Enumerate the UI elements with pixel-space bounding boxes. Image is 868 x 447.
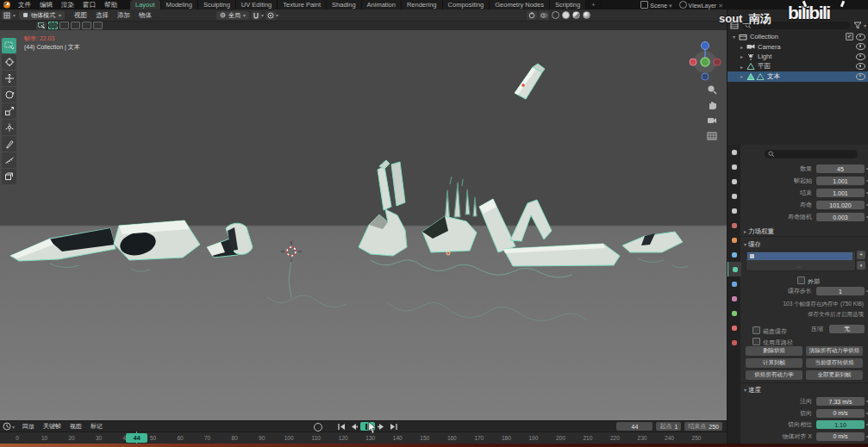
properties-tab-scene[interactable] xyxy=(727,203,740,218)
select-mode-4[interactable] xyxy=(93,22,103,29)
field-value[interactable]: 1.001 xyxy=(816,189,865,197)
properties-tab-view-layer[interactable] xyxy=(727,189,740,203)
shading-solid-icon[interactable] xyxy=(562,11,570,19)
topbar-menu-帮助[interactable]: 帮助 xyxy=(100,0,122,9)
viewport-menu-添加[interactable]: 添加 xyxy=(113,11,134,20)
proportional-edit-icon[interactable] xyxy=(265,11,276,20)
properties-tab-object-data[interactable] xyxy=(727,306,740,320)
cache-section-header[interactable]: ▾ 缓存 xyxy=(744,240,761,249)
properties-tab-output[interactable] xyxy=(727,174,740,189)
velocity-section-header[interactable]: ▾ 速度 xyxy=(744,386,761,394)
jump-to-end-button[interactable] xyxy=(389,422,399,431)
viewlayer-selector[interactable]: ViewLayer ✕ xyxy=(679,1,723,9)
viewport-3d[interactable] xyxy=(0,21,727,420)
rotate-tool-button[interactable] xyxy=(2,87,16,102)
zoom-icon[interactable] xyxy=(705,83,719,96)
disclosure-arrow[interactable]: ▸ xyxy=(739,44,745,50)
field-value[interactable]: 7.33 m/s xyxy=(816,397,865,406)
workspace-tab-uv-editing[interactable]: UV Editing xyxy=(236,0,278,9)
ortho-grid-icon[interactable] xyxy=(705,129,719,143)
jump-to-start-button[interactable] xyxy=(336,422,347,431)
transform-orientation-dropdown[interactable]: 全局▾ xyxy=(216,11,249,20)
field-weights-section-header[interactable]: ▸ 力场权重 xyxy=(744,227,774,236)
timeline-editor-icon[interactable] xyxy=(3,422,11,431)
workspace-tab-+[interactable]: + xyxy=(586,0,601,9)
hide-eye-icon[interactable] xyxy=(856,73,865,80)
workspace-tab-sculpting[interactable]: Sculpting xyxy=(198,0,236,9)
outliner-row-camera[interactable]: ▸Camera xyxy=(727,42,868,53)
frame-start-field[interactable]: 起点1 xyxy=(656,422,681,431)
blender-logo-icon[interactable] xyxy=(3,1,11,9)
video-progress-bar[interactable] xyxy=(0,444,868,447)
playhead-frame-badge[interactable]: 44 xyxy=(126,433,147,443)
topbar-menu-窗口[interactable]: 窗口 xyxy=(78,0,100,9)
properties-search-input[interactable] xyxy=(765,150,858,158)
cache-step-field[interactable]: 1 xyxy=(816,287,865,295)
filter-funnel-icon[interactable] xyxy=(853,22,862,29)
shading-wireframe-icon[interactable] xyxy=(552,11,559,19)
timeline-menu-回放[interactable]: 回放 xyxy=(18,422,39,431)
properties-tab-object[interactable] xyxy=(727,233,740,247)
timeline-menu-关键帧[interactable]: 关键帧 xyxy=(39,422,66,431)
point-cache-list[interactable]: ⋯ xyxy=(746,251,856,271)
hide-eye-icon[interactable] xyxy=(856,34,865,40)
current-frame-field[interactable]: 44 xyxy=(616,422,653,431)
viewport-menu-选择[interactable]: 选择 xyxy=(91,11,113,20)
compression-dropdown[interactable]: 无 xyxy=(829,325,865,333)
workspace-tab-shading[interactable]: Shading xyxy=(327,0,362,9)
disclosure-arrow[interactable]: ▾ xyxy=(731,34,737,40)
cache-button-4[interactable]: 烘焙所有动力学 xyxy=(746,370,802,380)
select-mode-3[interactable] xyxy=(82,22,91,29)
select-mode-1[interactable] xyxy=(59,22,69,29)
cache-button-0[interactable]: 删除烘焙 xyxy=(746,346,802,356)
workspace-tab-layout[interactable]: Layout xyxy=(130,0,161,9)
properties-tab-material[interactable] xyxy=(727,320,740,335)
outliner-display-icon[interactable] xyxy=(730,22,739,29)
properties-tab-render[interactable] xyxy=(727,159,740,174)
outliner-row-light[interactable]: ▸Light xyxy=(727,52,868,62)
camera-view-icon[interactable] xyxy=(705,114,719,127)
workspace-tab-modeling[interactable]: Modeling xyxy=(161,0,198,9)
outliner-row-文本[interactable]: ▸文本 xyxy=(727,71,868,82)
properties-tab-constraints[interactable] xyxy=(727,291,740,306)
scale-tool-button[interactable] xyxy=(2,103,16,119)
auto-key-record-button[interactable] xyxy=(314,423,322,431)
field-value[interactable]: 1.001 xyxy=(816,177,865,185)
external-checkbox[interactable]: 外部 xyxy=(797,271,820,287)
show-gizmo-icon[interactable] xyxy=(527,11,537,20)
workspace-tab-compositing[interactable]: Compositing xyxy=(443,0,490,9)
workspace-tab-texture-paint[interactable]: Texture Paint xyxy=(278,0,327,9)
editor-type-icon[interactable] xyxy=(2,11,12,20)
workspace-tab-geometry-nodes[interactable]: Geometry Nodes xyxy=(490,0,550,9)
outliner-row-collection[interactable]: ▾Collection✓ xyxy=(727,32,868,42)
scene-selector[interactable]: Scene ▾ xyxy=(640,1,671,9)
workspace-tab-rendering[interactable]: Rendering xyxy=(402,0,443,9)
select-box-tool-button[interactable] xyxy=(2,38,16,53)
disclosure-arrow[interactable]: ▸ xyxy=(739,53,745,59)
field-value[interactable]: 101.020 xyxy=(816,201,865,209)
outliner-row-平面[interactable]: ▸平面 xyxy=(727,62,868,72)
cache-specials-button[interactable]: ▾ xyxy=(857,261,865,270)
shading-material-icon[interactable] xyxy=(572,11,580,19)
properties-tab-physics[interactable] xyxy=(727,276,740,291)
select-mode-0[interactable] xyxy=(48,22,58,29)
select-mode-2[interactable] xyxy=(71,22,80,29)
hide-eye-icon[interactable] xyxy=(856,63,865,70)
field-value[interactable]: 0.003 xyxy=(816,213,865,221)
cache-add-button[interactable]: + xyxy=(857,251,865,259)
measure-tool-button[interactable] xyxy=(2,152,16,168)
field-value[interactable]: 1.10 xyxy=(816,420,865,429)
cache-button-1[interactable]: 清除所有动力学烘焙 xyxy=(806,346,863,356)
add-cube-tool-button[interactable] xyxy=(2,169,16,184)
navigation-gizmo[interactable] xyxy=(687,36,725,81)
hide-eye-icon[interactable] xyxy=(856,43,865,50)
exclude-checkbox[interactable]: ✓ xyxy=(846,33,853,40)
shading-rendered-icon[interactable] xyxy=(583,11,590,19)
annotate-tool-button[interactable] xyxy=(2,136,16,152)
disclosure-arrow[interactable]: ▸ xyxy=(739,64,745,70)
outliner-search-input[interactable] xyxy=(742,22,850,29)
snap-magnet-icon[interactable] xyxy=(251,11,261,20)
topbar-menu-渲染[interactable]: 渲染 xyxy=(57,0,78,9)
properties-tab-world[interactable] xyxy=(727,218,740,233)
field-value[interactable]: 0 m/s xyxy=(816,409,865,418)
